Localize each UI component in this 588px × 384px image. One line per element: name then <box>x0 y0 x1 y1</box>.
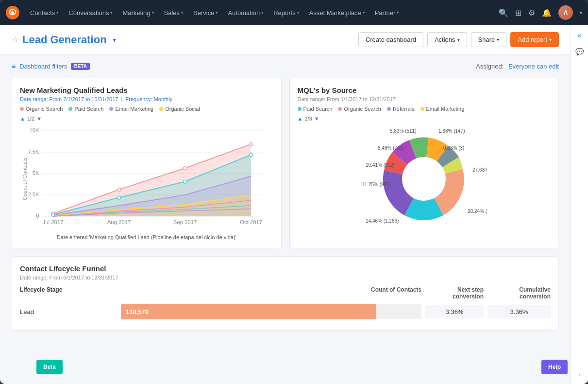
svg-text:1.68% (147): 1.68% (147) <box>438 128 465 134</box>
star-icon[interactable]: ☆ <box>12 35 18 44</box>
avatar[interactable]: A <box>558 5 573 20</box>
header-bar: ☆ Lead Generation ▾ Create dashboard Act… <box>0 25 571 54</box>
svg-text:Aug 2017: Aug 2017 <box>107 220 131 226</box>
svg-point-25 <box>402 157 446 201</box>
svg-text:8.46% (741): 8.46% (741) <box>378 145 404 151</box>
beta-badge: BETA <box>71 63 89 70</box>
funnel-stage-lead: Lead <box>20 308 117 315</box>
chart2-pag-up[interactable]: ▲ <box>298 116 303 122</box>
legend2-referrals: Referrals <box>387 106 415 112</box>
svg-point-15 <box>250 142 253 146</box>
share-button[interactable]: Share ▾ <box>471 32 507 47</box>
svg-text:7.5K: 7.5K <box>28 149 39 155</box>
svg-point-13 <box>118 188 121 192</box>
svg-text:10.41% (912): 10.41% (912) <box>366 162 395 168</box>
svg-text:0: 0 <box>36 213 39 219</box>
assigned-link[interactable]: Everyone can edit <box>508 63 559 70</box>
legend2-email: Email Marketing <box>420 106 465 112</box>
col-lifecycle: Lifecycle Stage <box>20 286 117 300</box>
legend-paid-search: Paid Search <box>68 106 103 112</box>
svg-text:0.03% (3): 0.03% (3) <box>443 145 464 151</box>
svg-text:2.5K: 2.5K <box>28 192 39 197</box>
collapse-icon[interactable]: « <box>577 31 582 40</box>
create-dashboard-button[interactable]: Create dashboard <box>358 32 423 47</box>
line-chart: 10K 7.5K 5K 2.5K 0 <box>20 125 273 232</box>
assigned-text: Assigned: <box>476 63 504 70</box>
mqls-chart-card: New Marketing Qualified Leads Date range… <box>12 78 282 248</box>
nav-reports[interactable]: Reports ▾ <box>269 0 304 25</box>
nav-items: Contacts ▾ Conversations ▾ Marketing ▾ S… <box>25 0 499 25</box>
grid-icon[interactable]: ⊞ <box>515 8 521 17</box>
funnel-next-step: 3.36% <box>425 305 484 318</box>
share-chevron: ▾ <box>497 37 499 42</box>
svg-text:20.24% (1,773): 20.24% (1,773) <box>468 209 487 214</box>
charts-row: New Marketing Qualified Leads Date range… <box>12 78 559 248</box>
nav-sales[interactable]: Sales ▾ <box>159 0 189 25</box>
svg-point-19 <box>250 153 253 157</box>
funnel-bar-container: 118,570 <box>121 304 421 319</box>
svg-point-16 <box>51 213 55 216</box>
chart1-subtitle: Date range: From 7/1/2017 to 10/31/2017 … <box>20 96 273 102</box>
right-sidebar: « 💬 › <box>571 25 588 384</box>
content-area: ☆ Lead Generation ▾ Create dashboard Act… <box>0 25 571 384</box>
chat-icon[interactable]: 💬 <box>575 48 584 55</box>
mql-source-chart-card: MQL's by Source Date range: From 1/1/201… <box>289 78 559 248</box>
svg-text:Jul 2017: Jul 2017 <box>43 220 64 226</box>
pag-down-icon[interactable]: ▼ <box>36 116 42 122</box>
title-dropdown[interactable]: ▾ <box>113 36 116 44</box>
donut-svg: 27.63% (2,420) 20.24% (1,773) 14.46% (1,… <box>361 125 487 232</box>
avatar-chevron[interactable]: ▾ <box>580 10 582 16</box>
filters-left: ≡ Dashboard filters BETA <box>12 62 90 70</box>
legend2-organic: Organic Search <box>338 106 381 112</box>
filter-icon: ≡ <box>12 62 16 70</box>
pag-up-icon[interactable]: ▲ <box>20 116 25 122</box>
nav-automation[interactable]: Automation ▾ <box>223 0 269 25</box>
right-expand-icon[interactable]: › <box>578 370 581 378</box>
svg-text:5K: 5K <box>33 170 39 176</box>
funnel-title: Contact Lifecycle Funnel <box>20 264 551 273</box>
search-icon[interactable]: 🔍 <box>499 8 508 17</box>
svg-point-14 <box>184 167 187 170</box>
legend-dot-organic <box>20 107 24 111</box>
hubspot-logo[interactable] <box>6 6 19 19</box>
main-content: ☆ Lead Generation ▾ Create dashboard Act… <box>0 25 588 384</box>
svg-point-1 <box>11 11 14 14</box>
add-report-chevron: ▾ <box>549 37 552 42</box>
col-count: Count of Contacts <box>121 286 421 300</box>
nav-service[interactable]: Service ▾ <box>188 0 223 25</box>
chart1-x-label: Date entered 'Marketing Qualified Lead (… <box>20 234 273 240</box>
actions-chevron: ▾ <box>457 37 460 42</box>
notifications-icon[interactable]: 🔔 <box>542 8 552 17</box>
svg-text:10K: 10K <box>30 127 40 133</box>
svg-text:Count of Contacts: Count of Contacts <box>21 157 27 200</box>
page-title: Lead Generation <box>22 34 107 46</box>
filters-label[interactable]: Dashboard filters <box>19 63 67 70</box>
chart2-pag-down[interactable]: ▼ <box>314 116 319 122</box>
funnel-bar-lead: 118,570 <box>121 304 376 319</box>
svg-point-17 <box>118 196 121 199</box>
col-cumulative: Cumulative conversion <box>487 286 551 300</box>
svg-text:14.46% (1,266): 14.46% (1,266) <box>366 218 399 224</box>
legend-dot-email <box>109 107 113 111</box>
svg-text:Oct 2017: Oct 2017 <box>240 220 262 226</box>
legend-email-marketing: Email Marketing <box>109 106 153 112</box>
nav-contacts[interactable]: Contacts ▾ <box>25 0 64 25</box>
nav-marketing[interactable]: Marketing ▾ <box>118 0 159 25</box>
filters-row: ≡ Dashboard filters BETA Assigned: Every… <box>12 62 559 70</box>
legend-organic-social: Organic Social <box>159 106 200 112</box>
beta-button[interactable]: Beta <box>36 360 63 374</box>
help-button[interactable]: Help <box>541 360 568 374</box>
add-report-button[interactable]: Add report ▾ <box>510 32 559 47</box>
legend-dot-paid <box>68 107 72 111</box>
chart1-pagination: ▲ 1/2 ▼ <box>20 116 273 122</box>
nav-asset-marketplace[interactable]: Asset Marketplace ▾ <box>304 0 370 25</box>
nav-conversations[interactable]: Conversations ▾ <box>64 0 118 25</box>
chart2-subtitle: Date range: From 1/1/2017 to 12/31/2017 <box>298 96 551 102</box>
svg-text:5.83% (511): 5.83% (511) <box>390 128 416 134</box>
nav-partner[interactable]: Partner ▾ <box>370 0 404 25</box>
header-left: ☆ Lead Generation ▾ <box>12 34 116 46</box>
funnel-header: Lifecycle Stage Count of Contacts Next s… <box>20 286 551 300</box>
actions-button[interactable]: Actions ▾ <box>427 32 467 47</box>
settings-icon[interactable]: ⚙ <box>528 8 535 17</box>
svg-text:11.25% (985): 11.25% (985) <box>362 182 391 187</box>
